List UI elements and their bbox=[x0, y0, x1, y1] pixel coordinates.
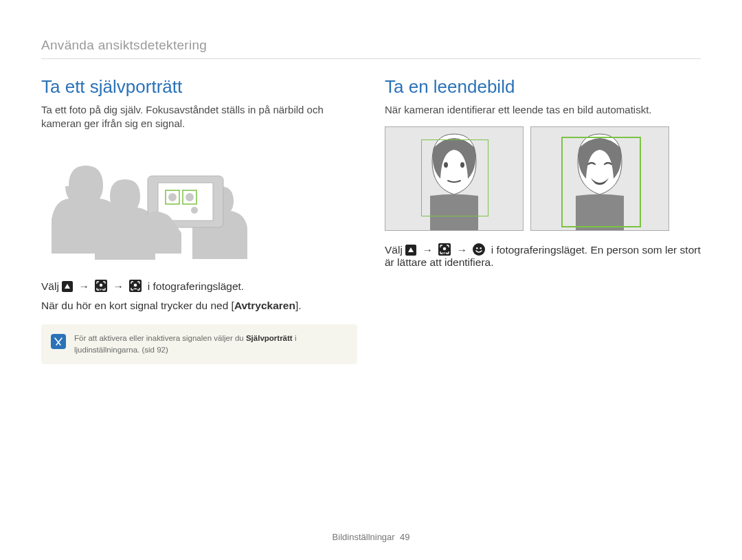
left-step-1: Välj → OFF → bbox=[41, 280, 357, 293]
smile-illustration-pair bbox=[385, 126, 701, 231]
selfie-illustration bbox=[41, 145, 268, 262]
left-section-title: Ta ett självporträtt bbox=[41, 76, 357, 98]
right-section-title: Ta en leendebild bbox=[385, 76, 701, 98]
right-step: Välj → OFF → bbox=[385, 243, 701, 269]
step2-post: ]. bbox=[295, 300, 302, 311]
svg-point-19 bbox=[443, 247, 446, 250]
arrow-icon: → bbox=[78, 280, 89, 292]
svg-point-5 bbox=[186, 193, 194, 201]
note-pre: För att aktivera eller inaktivera signal… bbox=[74, 334, 246, 342]
arrow-icon: → bbox=[113, 280, 124, 292]
svg-point-22 bbox=[476, 247, 478, 249]
face-detect-box bbox=[421, 139, 488, 216]
left-step-2: När du hör en kort signal trycker du ned… bbox=[41, 300, 357, 312]
smile-shot-icon bbox=[473, 243, 485, 256]
smile-frame-neutral bbox=[385, 126, 524, 231]
svg-point-10 bbox=[100, 283, 102, 286]
step1-suffix: i fotograferingsläget. bbox=[148, 280, 244, 292]
step2-strong: Avtryckaren bbox=[234, 300, 295, 311]
breadcrumb: Använda ansiktsdetektering bbox=[41, 38, 701, 59]
left-column: Ta ett självporträtt Ta ett foto på dig … bbox=[41, 76, 357, 364]
right-step-prefix: Välj bbox=[385, 244, 403, 256]
two-column-layout: Ta ett självporträtt Ta ett foto på dig … bbox=[41, 76, 701, 364]
face-detect-box-active bbox=[561, 137, 641, 227]
note-text: För att aktivera eller inaktivera signal… bbox=[74, 333, 348, 357]
footer-label: Bildinställningar bbox=[333, 532, 395, 542]
note-box: För att aktivera eller inaktivera signal… bbox=[41, 324, 357, 365]
svg-point-6 bbox=[191, 207, 198, 214]
right-column: Ta en leendebild När kameran identifiera… bbox=[385, 76, 701, 364]
right-intro: När kameran identifierar ett leende tas … bbox=[385, 103, 701, 117]
self-portrait-icon bbox=[129, 280, 142, 292]
arrow-icon: → bbox=[457, 244, 468, 256]
step1-prefix: Välj bbox=[41, 280, 59, 292]
smile-frame-smiling bbox=[530, 126, 669, 231]
svg-point-13 bbox=[134, 283, 137, 287]
note-icon bbox=[51, 334, 66, 349]
svg-rect-21 bbox=[473, 243, 485, 256]
svg-text:OFF: OFF bbox=[98, 288, 104, 291]
arrow-icon: → bbox=[422, 244, 433, 256]
face-detect-off-icon: OFF bbox=[95, 280, 107, 292]
svg-text:OFF: OFF bbox=[442, 251, 448, 255]
note-strong: Självporträtt bbox=[246, 334, 293, 342]
page-footer: Bildinställningar 49 bbox=[0, 532, 742, 542]
manual-page: Använda ansiktsdetektering Ta ett självp… bbox=[0, 0, 742, 560]
svg-point-3 bbox=[168, 193, 177, 201]
left-intro: Ta ett foto på dig själv. Fokusavståndet… bbox=[41, 103, 357, 131]
face-detect-off-icon: OFF bbox=[438, 243, 451, 256]
svg-point-23 bbox=[480, 247, 482, 249]
up-triangle-icon bbox=[405, 245, 416, 256]
up-triangle-icon bbox=[62, 281, 73, 292]
footer-page-number: 49 bbox=[400, 532, 409, 542]
step2-pre: När du hör en kort signal trycker du ned… bbox=[41, 300, 234, 311]
